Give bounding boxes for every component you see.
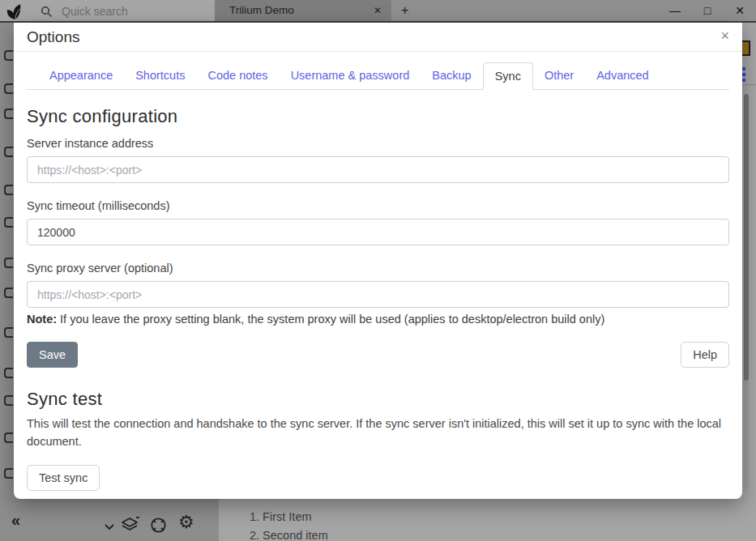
sync-timeout-input[interactable] <box>27 219 729 245</box>
sync-timeout-label: Sync timeout (milliseconds) <box>27 199 729 212</box>
server-address-input[interactable] <box>27 156 729 183</box>
launcher-icon-fragment <box>4 83 13 94</box>
save-button[interactable]: Save <box>27 342 78 368</box>
launcher-icon-fragment <box>4 327 13 338</box>
title-bar: Quick search Trilium Demo ✕ + — □ ✕ <box>0 0 756 23</box>
launcher-icon-fragment <box>4 468 13 479</box>
title-bar-tabs: Trilium Demo ✕ + — □ ✕ <box>215 0 756 21</box>
tab-close-icon[interactable]: ✕ <box>374 0 382 21</box>
tab-advanced[interactable]: Advanced <box>585 62 660 89</box>
launcher-icon-fragment <box>4 395 13 406</box>
proxy-input[interactable] <box>27 281 729 308</box>
note-list-item: 1. First Item <box>250 510 312 523</box>
launcher-icon-fragment <box>4 432 13 443</box>
window-controls: — □ ✕ <box>659 0 756 21</box>
layers-icon[interactable] <box>120 515 140 539</box>
minimize-button[interactable]: — <box>659 0 691 21</box>
server-address-field-group: Server instance address <box>27 137 729 183</box>
gear-icon[interactable]: ⚙ <box>178 512 194 532</box>
new-tab-button[interactable]: + <box>401 0 408 21</box>
sync-timeout-field-group: Sync timeout (milliseconds) <box>27 199 729 245</box>
sync-test-description: This will test the connection and handsh… <box>27 415 725 450</box>
quick-search-input[interactable]: Quick search <box>62 5 128 18</box>
launcher-icon-fragment <box>4 258 13 268</box>
maximize-button[interactable]: □ <box>691 0 724 21</box>
globe-icon[interactable] <box>149 516 168 538</box>
ellipsis-menu-icon <box>742 67 745 84</box>
dialog-close-icon[interactable]: × <box>720 28 729 45</box>
close-window-button[interactable]: ✕ <box>724 0 756 21</box>
options-tab-bar: Appearance Shortcuts Code notes Username… <box>27 62 729 90</box>
launcher-icon-fragment <box>4 109 13 119</box>
tab-code-notes[interactable]: Code notes <box>196 62 279 89</box>
options-dialog-header: Options × <box>14 23 742 52</box>
launcher-icon-fragment <box>4 50 13 61</box>
note-prefix: Note: <box>27 313 57 326</box>
note-text: If you leave the proxy setting blank, th… <box>57 313 604 326</box>
server-address-label: Server instance address <box>27 137 729 150</box>
search-icon <box>41 6 53 21</box>
save-help-row: Save Help <box>27 342 729 368</box>
proxy-field-group: Sync proxy server (optional) <box>27 262 729 308</box>
proxy-note: Note: If you leave the proxy setting bla… <box>27 313 729 326</box>
help-button[interactable]: Help <box>681 342 729 368</box>
sync-configuration-heading: Sync configuration <box>27 106 729 127</box>
scrollbar-thumb[interactable] <box>744 94 749 381</box>
sync-settings-panel: Sync configuration Server instance addre… <box>14 90 742 491</box>
tab-username-password[interactable]: Username & password <box>280 62 421 89</box>
tab-appearance[interactable]: Appearance <box>38 62 124 89</box>
launcher-icon-fragment <box>4 368 13 378</box>
tab-other[interactable]: Other <box>533 62 585 89</box>
collapse-tree-button[interactable]: « <box>11 511 20 530</box>
tab-shortcuts[interactable]: Shortcuts <box>124 62 196 89</box>
tab-sync[interactable]: Sync <box>483 62 533 90</box>
sync-test-heading: Sync test <box>27 389 729 410</box>
proxy-label: Sync proxy server (optional) <box>27 262 729 275</box>
launcher-icon-fragment <box>4 185 13 195</box>
launcher-icon-fragment <box>4 288 13 298</box>
test-sync-button[interactable]: Test sync <box>27 465 100 491</box>
tab-backup[interactable]: Backup <box>421 62 482 89</box>
options-dialog: Options × Appearance Shortcuts Code note… <box>14 23 742 499</box>
app-tab-title: Trilium Demo <box>229 0 294 21</box>
dialog-title: Options <box>27 28 79 46</box>
chevron-down-icon[interactable] <box>105 519 114 534</box>
ribbon-divider <box>742 84 756 85</box>
launcher-icon-fragment <box>4 147 13 157</box>
app-tab[interactable]: Trilium Demo ✕ <box>215 0 391 21</box>
title-bar-left: Quick search <box>0 0 215 21</box>
note-list-item: 2. Second item <box>250 529 328 541</box>
launcher-icon-fragment <box>4 217 13 228</box>
